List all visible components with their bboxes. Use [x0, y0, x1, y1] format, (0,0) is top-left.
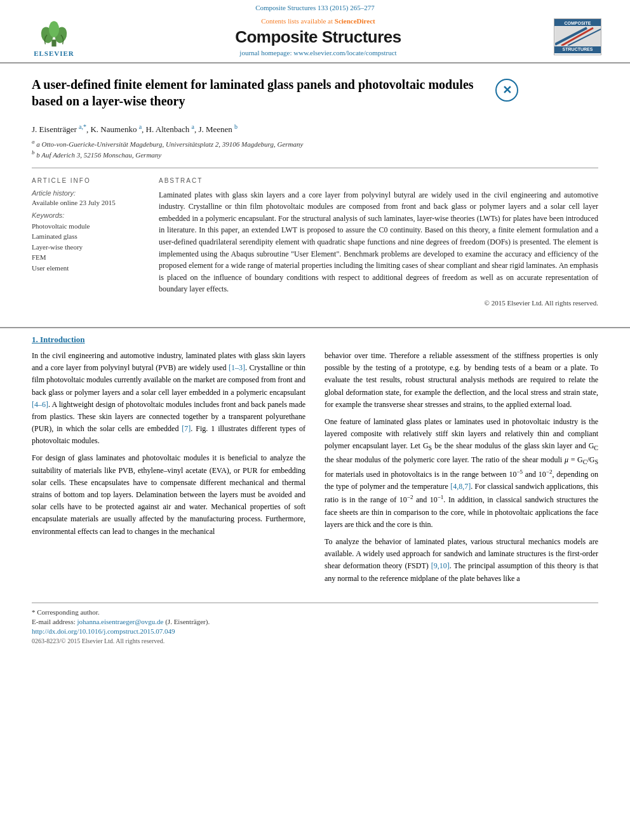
intro-heading: 1. Introduction — [32, 335, 598, 345]
intro-p3: behavior over time. Therefore a reliable… — [325, 350, 598, 411]
journal-header: ELSEVIER Contents lists available at Sci… — [0, 11, 630, 63]
email-address[interactable]: johanna.eisentraeger@ovgu.de — [77, 618, 163, 625]
abstract-label: ABSTRACT — [159, 177, 598, 184]
issn-footer: 0263-8223/© 2015 Elsevier Ltd. All right… — [32, 637, 598, 644]
crossmark-badge[interactable]: ✕ — [495, 79, 518, 102]
elsevier-logo: ELSEVIER — [25, 17, 83, 57]
composite-logo-image — [554, 26, 601, 46]
svg-point-3 — [49, 21, 59, 37]
keyword-1: Photovoltaic module — [32, 221, 146, 232]
svg-rect-0 — [51, 39, 56, 46]
copyright-text: © 2015 Elsevier Ltd. All rights reserved… — [159, 299, 598, 307]
author-names: J. Eisenträger a,*, K. Naumenko a, H. Al… — [32, 124, 238, 134]
keyword-5: User element — [32, 263, 146, 274]
elsevier-text: ELSEVIER — [34, 50, 74, 57]
footnote-section: * Corresponding author. E-mail address: … — [32, 603, 598, 644]
composite-logo: COMPOSITE STRUCTURES — [554, 18, 605, 55]
article-title: A user-defined finite element for lamina… — [32, 76, 489, 109]
history-label: Article history: — [32, 189, 146, 197]
ref-1-3[interactable]: [1–3] — [229, 363, 245, 372]
page: Composite Structures 133 (2015) 265–277 … — [0, 0, 630, 840]
keyword-4: FEM — [32, 252, 146, 263]
keyword-3: Layer-wise theory — [32, 242, 146, 253]
affiliation-b: b b Auf Aderich 3, 52156 Monschau, Germa… — [32, 149, 598, 159]
abstract-text: Laminated plates with glass skin layers … — [159, 189, 598, 295]
keywords-label: Keywords: — [32, 211, 146, 219]
authors-line: J. Eisenträger a,*, K. Naumenko a, H. Al… — [32, 123, 598, 135]
journal-reference-top: Composite Structures 133 (2015) 265–277 — [0, 0, 630, 11]
divider-1 — [32, 168, 598, 168]
composite-logo-box: COMPOSITE STRUCTURES — [554, 18, 601, 55]
journal-ref-text: Composite Structures 133 (2015) 265–277 — [255, 4, 375, 11]
article-info-label: ARTICLE INFO — [32, 177, 146, 184]
science-direct-note: Contents lists available at ScienceDirec… — [83, 17, 554, 25]
journal-title-section: Contents lists available at ScienceDirec… — [83, 17, 554, 57]
intro-p4: One feature of laminated glass plates or… — [325, 416, 598, 531]
intro-right-col: behavior over time. Therefore a reliable… — [325, 350, 598, 590]
corresponding-note: * Corresponding author. — [32, 608, 598, 616]
title-row: A user-defined finite element for lamina… — [32, 76, 598, 117]
elsevier-tree-icon — [35, 17, 73, 48]
intro-two-col: In the civil engineering and automotive … — [32, 350, 598, 590]
history-value: Available online 23 July 2015 — [32, 199, 146, 206]
email-note: E-mail address: johanna.eisentraeger@ovg… — [32, 618, 598, 625]
homepage-url: www.elsevier.com/locate/compstruct — [293, 49, 396, 57]
intro-p5: To analyze the behavior of laminated pla… — [325, 536, 598, 585]
abstract-col: ABSTRACT Laminated plates with glass ski… — [159, 177, 598, 307]
doi-link[interactable]: http://dx.doi.org/10.1016/j.compstruct.2… — [32, 627, 598, 635]
ref-7[interactable]: [7] — [182, 424, 191, 433]
article-section: A user-defined finite element for lamina… — [0, 63, 630, 327]
composite-stripes-icon — [555, 27, 601, 46]
journal-name: Composite Structures — [83, 27, 554, 47]
ref-4-8-7[interactable]: [4,8,7] — [450, 482, 471, 491]
ref-9-10[interactable]: [9,10] — [431, 561, 450, 570]
keywords-list: Photovoltaic module Laminated glass Laye… — [32, 221, 146, 274]
science-direct-brand: ScienceDirect — [335, 17, 375, 25]
intro-p2: For design of glass laminates and photov… — [32, 452, 305, 537]
article-info-col: ARTICLE INFO Article history: Available … — [32, 177, 146, 307]
keyword-2: Laminated glass — [32, 231, 146, 242]
body-section: 1. Introduction In the civil engineering… — [0, 327, 630, 651]
info-abstract-section: ARTICLE INFO Article history: Available … — [32, 177, 598, 307]
affiliation-a: a a Otto-von-Guericke-Universität Magdeb… — [32, 138, 598, 148]
composite-logo-top-text: COMPOSITE — [554, 19, 601, 26]
intro-left-col: In the civil engineering and automotive … — [32, 350, 305, 590]
journal-homepage: journal homepage: www.elsevier.com/locat… — [83, 49, 554, 57]
composite-logo-bottom-text: STRUCTURES — [554, 46, 601, 53]
intro-p1: In the civil engineering and automotive … — [32, 350, 305, 448]
ref-4-6[interactable]: [4–6] — [32, 400, 48, 409]
